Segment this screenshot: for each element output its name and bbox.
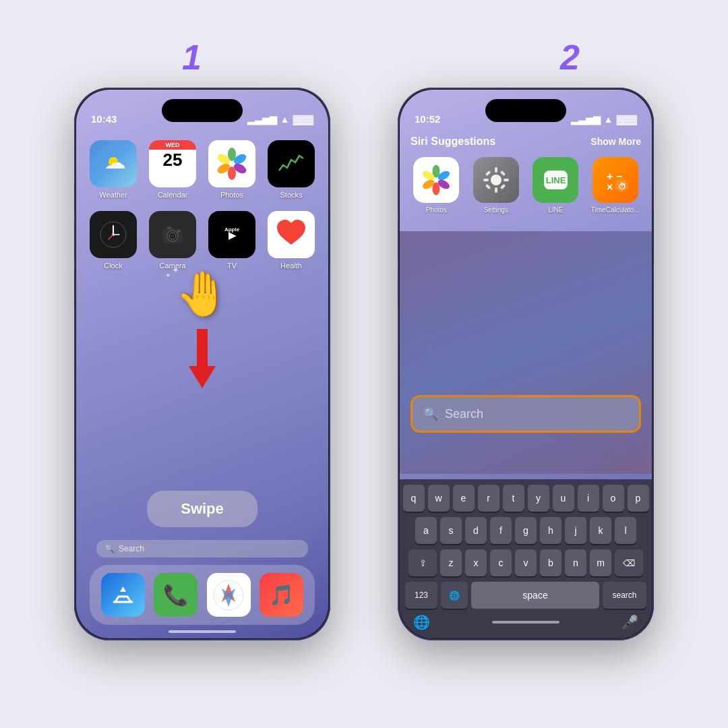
key-w[interactable]: w [428, 485, 450, 512]
svg-text:LINE: LINE [545, 175, 566, 185]
dock-phone[interactable]: 📞 [154, 573, 198, 617]
siri-title: Siri Suggestions [411, 135, 495, 148]
key-g[interactable]: g [515, 517, 537, 544]
app-camera[interactable]: Camera [149, 211, 196, 270]
key-f[interactable]: f [490, 517, 512, 544]
key-s[interactable]: s [440, 517, 462, 544]
siri-line-label: LINE [548, 206, 563, 214]
siri-show-more[interactable]: Show More [590, 136, 641, 147]
key-t[interactable]: t [503, 485, 524, 512]
siri-suggestions-header: Siri Suggestions Show More [411, 135, 641, 148]
keyboard-row-1: q w e r t y u i o p [402, 485, 649, 512]
key-j[interactable]: j [565, 517, 586, 544]
status-icons-1: ▂▃▅▆ ▲ ▓▓▓ [247, 114, 313, 125]
search-placeholder: Search [445, 407, 483, 421]
siri-timecalc-label: TimeCalculato... [591, 206, 640, 214]
key-p[interactable]: p [628, 485, 649, 512]
phone1-screen: 10:43 ▂▃▅▆ ▲ ▓▓▓ [76, 90, 328, 638]
key-d[interactable]: d [465, 517, 487, 544]
swipe-button[interactable]: Swipe [147, 491, 257, 527]
key-k[interactable]: k [590, 517, 611, 544]
key-l[interactable]: l [615, 517, 636, 544]
app-calendar[interactable]: WED 25 Calendar [149, 140, 196, 199]
hand-cursor-container: ✦ ✦ 🤚 [175, 268, 229, 322]
home-indicator-1 [169, 630, 236, 633]
key-b[interactable]: b [540, 549, 562, 576]
app-grid-1: Weather WED 25 Calendar [90, 140, 315, 270]
svg-rect-1 [208, 140, 255, 187]
key-o[interactable]: o [603, 485, 624, 512]
phone-1: 10:43 ▂▃▅▆ ▲ ▓▓▓ [74, 88, 330, 640]
app-weather[interactable]: Weather [90, 140, 137, 199]
app-clock[interactable]: Clock [90, 211, 137, 270]
dock-appstore[interactable] [101, 573, 145, 617]
key-search[interactable]: search [603, 582, 646, 609]
key-u[interactable]: u [553, 485, 574, 512]
svg-point-18 [171, 235, 175, 238]
key-delete[interactable]: ⌫ [615, 549, 643, 576]
time-2: 10:52 [415, 113, 440, 125]
svg-rect-43 [495, 167, 497, 173]
app-stocks-label: Stocks [280, 191, 302, 199]
phone2-screen: 10:52 ▂▃▅▆ ▲ ▓▓▓ Siri Suggestions Show M… [400, 90, 652, 638]
hand-icon: 🤚 [175, 268, 229, 320]
key-v[interactable]: v [515, 549, 537, 576]
battery-icon-1: ▓▓▓ [293, 114, 313, 125]
key-space[interactable]: space [471, 582, 599, 609]
wifi-icon-2: ▲ [604, 114, 613, 125]
svg-rect-48 [500, 184, 506, 189]
app-health[interactable]: Health [268, 211, 315, 270]
swipe-area: ✦ ✦ 🤚 [76, 268, 328, 390]
key-h[interactable]: h [540, 517, 562, 544]
app-photos[interactable]: Photos [208, 140, 255, 199]
phone-2: 10:52 ▂▃▅▆ ▲ ▓▓▓ Siri Suggestions Show M… [398, 88, 654, 640]
key-n[interactable]: n [565, 549, 586, 576]
svg-text:Apple: Apple [224, 226, 240, 233]
svg-rect-47 [485, 171, 491, 176]
key-a[interactable]: a [415, 517, 437, 544]
svg-point-42 [491, 175, 502, 185]
key-q[interactable]: q [403, 485, 425, 512]
key-z[interactable]: z [440, 549, 462, 576]
key-m[interactable]: m [590, 549, 611, 576]
svg-rect-45 [483, 179, 489, 181]
siri-app-photos[interactable]: Photos [411, 157, 462, 214]
siri-app-timecalc[interactable]: + − × ⏱ TimeCalculato... [590, 157, 642, 214]
key-123[interactable]: 123 [405, 582, 437, 609]
dock-music[interactable]: 🎵 [260, 573, 303, 617]
key-shift[interactable]: ⇧ [408, 549, 437, 576]
mic-icon[interactable]: 🎤 [621, 614, 638, 630]
svg-rect-20 [166, 226, 172, 229]
svg-rect-35 [413, 157, 459, 203]
app-stocks[interactable]: Stocks [268, 140, 315, 199]
app-tv[interactable]: ▶ Apple TV [208, 211, 255, 270]
app-weather-label: Weather [99, 191, 127, 199]
home-indicator-kb [492, 621, 559, 624]
key-i[interactable]: i [578, 485, 599, 512]
dynamic-island-2 [485, 99, 566, 122]
key-c[interactable]: c [490, 549, 512, 576]
search-bar-small[interactable]: 🔍 Search [96, 540, 308, 557]
key-r[interactable]: r [478, 485, 499, 512]
time-1: 10:43 [91, 113, 117, 125]
sparkle2-icon: ✦ [165, 272, 171, 279]
search-bar-large[interactable]: 🔍 Search [411, 395, 641, 433]
calendar-day: WED [149, 140, 196, 150]
app-calendar-label: Calendar [158, 191, 188, 199]
svg-point-19 [177, 230, 180, 233]
key-y[interactable]: y [528, 485, 549, 512]
dock-safari[interactable] [207, 573, 251, 617]
arrow-down-icon [182, 329, 222, 390]
key-emoji[interactable]: 🌐 [441, 582, 468, 609]
siri-app-line[interactable]: LINE LINE [530, 157, 582, 214]
siri-app-settings[interactable]: Settings [471, 157, 522, 214]
key-e[interactable]: e [453, 485, 475, 512]
svg-text:+: + [607, 171, 613, 182]
calendar-date: 25 [163, 151, 183, 169]
key-x[interactable]: x [465, 549, 487, 576]
globe-icon[interactable]: 🌐 [413, 614, 430, 630]
step-2-label: 2 [560, 37, 580, 78]
keyboard: q w e r t y u i o p a s [400, 479, 652, 638]
battery-icon-2: ▓▓▓ [616, 114, 637, 125]
svg-rect-49 [485, 184, 491, 189]
